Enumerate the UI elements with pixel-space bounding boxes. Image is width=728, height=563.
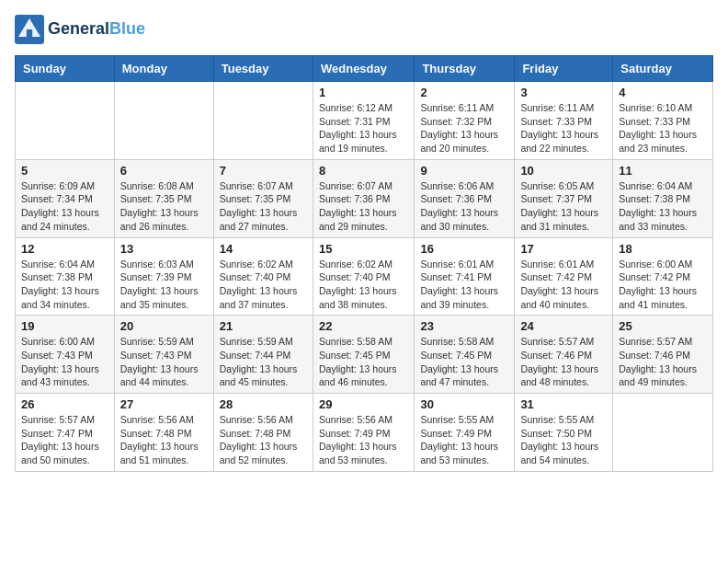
calendar-day-cell: 23Sunrise: 5:58 AMSunset: 7:45 PMDayligh… (415, 316, 515, 394)
day-info: Sunrise: 6:04 AMSunset: 7:38 PMDaylight:… (619, 179, 707, 234)
day-number: 22 (319, 319, 408, 333)
day-info: Sunrise: 6:10 AMSunset: 7:33 PMDaylight:… (619, 101, 707, 155)
calendar-week-row: 12Sunrise: 6:04 AMSunset: 7:38 PMDayligh… (16, 237, 713, 316)
day-info: Sunrise: 5:57 AMSunset: 7:46 PMDaylight:… (520, 335, 607, 389)
day-number: 30 (420, 397, 508, 411)
calendar-day-cell: 17Sunrise: 6:01 AMSunset: 7:42 PMDayligh… (515, 237, 613, 316)
day-info: Sunrise: 6:02 AMSunset: 7:40 PMDaylight:… (220, 258, 307, 312)
calendar-day-cell: 27Sunrise: 5:56 AMSunset: 7:48 PMDayligh… (114, 394, 213, 472)
day-info: Sunrise: 5:59 AMSunset: 7:44 PMDaylight:… (220, 335, 307, 389)
calendar-day-cell: 10Sunrise: 6:05 AMSunset: 7:37 PMDayligh… (515, 159, 613, 237)
calendar-day-cell: 15Sunrise: 6:02 AMSunset: 7:40 PMDayligh… (313, 237, 414, 316)
day-number: 16 (420, 242, 508, 256)
day-info: Sunrise: 6:09 AMSunset: 7:34 PMDaylight:… (21, 179, 108, 234)
day-info: Sunrise: 5:57 AMSunset: 7:46 PMDaylight:… (619, 335, 707, 389)
calendar-day-cell: 13Sunrise: 6:03 AMSunset: 7:39 PMDayligh… (114, 237, 213, 316)
day-info: Sunrise: 5:57 AMSunset: 7:47 PMDaylight:… (21, 413, 108, 467)
day-info: Sunrise: 6:08 AMSunset: 7:35 PMDaylight:… (120, 179, 208, 234)
calendar-day-cell: 26Sunrise: 5:57 AMSunset: 7:47 PMDayligh… (16, 394, 115, 472)
calendar-day-cell: 22Sunrise: 5:58 AMSunset: 7:45 PMDayligh… (313, 316, 414, 394)
calendar-day-cell: 16Sunrise: 6:01 AMSunset: 7:41 PMDayligh… (415, 237, 515, 316)
calendar-day-cell: 6Sunrise: 6:08 AMSunset: 7:35 PMDaylight… (114, 159, 213, 237)
day-number: 23 (420, 319, 508, 333)
day-number: 8 (319, 164, 408, 178)
calendar-day-cell: 2Sunrise: 6:11 AMSunset: 7:32 PMDaylight… (415, 82, 515, 160)
day-info: Sunrise: 5:56 AMSunset: 7:48 PMDaylight:… (120, 413, 208, 467)
calendar-empty-cell (16, 82, 115, 160)
calendar-day-cell: 3Sunrise: 6:11 AMSunset: 7:33 PMDaylight… (515, 82, 613, 160)
day-number: 10 (520, 164, 607, 178)
day-info: Sunrise: 6:06 AMSunset: 7:36 PMDaylight:… (420, 179, 508, 234)
day-info: Sunrise: 6:01 AMSunset: 7:42 PMDaylight:… (520, 258, 607, 312)
day-info: Sunrise: 5:55 AMSunset: 7:50 PMDaylight:… (520, 413, 607, 467)
column-header-wednesday: Wednesday (313, 56, 414, 82)
day-info: Sunrise: 6:11 AMSunset: 7:33 PMDaylight:… (520, 101, 607, 155)
day-number: 20 (120, 319, 208, 333)
calendar-week-row: 1Sunrise: 6:12 AMSunset: 7:31 PMDaylight… (16, 82, 713, 160)
day-number: 4 (619, 86, 707, 99)
column-header-friday: Friday (515, 56, 613, 82)
day-info: Sunrise: 6:00 AMSunset: 7:43 PMDaylight:… (21, 335, 108, 389)
calendar-day-cell: 30Sunrise: 5:55 AMSunset: 7:49 PMDayligh… (415, 394, 515, 472)
calendar-day-cell: 18Sunrise: 6:00 AMSunset: 7:42 PMDayligh… (613, 237, 713, 316)
calendar-table: SundayMondayTuesdayWednesdayThursdayFrid… (15, 55, 713, 472)
calendar-empty-cell (213, 82, 313, 160)
day-number: 1 (319, 86, 408, 99)
calendar-day-cell: 28Sunrise: 5:56 AMSunset: 7:48 PMDayligh… (213, 394, 313, 472)
day-number: 14 (220, 242, 307, 256)
day-info: Sunrise: 6:07 AMSunset: 7:35 PMDaylight:… (220, 179, 307, 234)
day-number: 17 (520, 242, 607, 256)
logo-icon (15, 15, 44, 44)
calendar-empty-cell (613, 394, 713, 472)
day-number: 11 (619, 164, 707, 178)
day-number: 6 (120, 164, 208, 178)
calendar-day-cell: 11Sunrise: 6:04 AMSunset: 7:38 PMDayligh… (613, 159, 713, 237)
calendar-week-row: 5Sunrise: 6:09 AMSunset: 7:34 PMDaylight… (16, 159, 713, 237)
calendar-day-cell: 7Sunrise: 6:07 AMSunset: 7:35 PMDaylight… (213, 159, 313, 237)
calendar-day-cell: 8Sunrise: 6:07 AMSunset: 7:36 PMDaylight… (313, 159, 414, 237)
day-info: Sunrise: 6:01 AMSunset: 7:41 PMDaylight:… (420, 258, 508, 312)
calendar-empty-cell (114, 82, 213, 160)
day-number: 28 (220, 397, 307, 411)
day-info: Sunrise: 6:11 AMSunset: 7:32 PMDaylight:… (420, 101, 508, 155)
day-number: 26 (21, 397, 108, 411)
calendar-day-cell: 29Sunrise: 5:56 AMSunset: 7:49 PMDayligh… (313, 394, 414, 472)
column-header-sunday: Sunday (16, 56, 115, 82)
calendar-day-cell: 25Sunrise: 5:57 AMSunset: 7:46 PMDayligh… (613, 316, 713, 394)
day-number: 15 (319, 242, 408, 256)
calendar-day-cell: 14Sunrise: 6:02 AMSunset: 7:40 PMDayligh… (213, 237, 313, 316)
column-header-tuesday: Tuesday (213, 56, 313, 82)
calendar-day-cell: 12Sunrise: 6:04 AMSunset: 7:38 PMDayligh… (16, 237, 115, 316)
column-header-saturday: Saturday (613, 56, 713, 82)
page-header: GeneralBlue (15, 15, 713, 44)
day-info: Sunrise: 6:00 AMSunset: 7:42 PMDaylight:… (619, 258, 707, 312)
day-number: 9 (420, 164, 508, 178)
day-number: 2 (420, 86, 508, 99)
day-number: 7 (220, 164, 307, 178)
day-info: Sunrise: 5:59 AMSunset: 7:43 PMDaylight:… (120, 335, 208, 389)
day-number: 31 (520, 397, 607, 411)
day-info: Sunrise: 5:58 AMSunset: 7:45 PMDaylight:… (420, 335, 508, 389)
day-info: Sunrise: 6:02 AMSunset: 7:40 PMDaylight:… (319, 258, 408, 312)
logo: GeneralBlue (15, 15, 145, 44)
calendar-week-row: 19Sunrise: 6:00 AMSunset: 7:43 PMDayligh… (16, 316, 713, 394)
calendar-header-row: SundayMondayTuesdayWednesdayThursdayFrid… (16, 56, 713, 82)
day-number: 24 (520, 319, 607, 333)
day-info: Sunrise: 6:03 AMSunset: 7:39 PMDaylight:… (120, 258, 208, 312)
column-header-monday: Monday (114, 56, 213, 82)
day-number: 19 (21, 319, 108, 333)
calendar-day-cell: 21Sunrise: 5:59 AMSunset: 7:44 PMDayligh… (213, 316, 313, 394)
day-info: Sunrise: 6:05 AMSunset: 7:37 PMDaylight:… (520, 179, 607, 234)
logo-text: GeneralBlue (48, 20, 145, 39)
column-header-thursday: Thursday (415, 56, 515, 82)
day-number: 3 (520, 86, 607, 99)
day-number: 21 (220, 319, 307, 333)
day-number: 29 (319, 397, 408, 411)
day-number: 12 (21, 242, 108, 256)
day-info: Sunrise: 5:56 AMSunset: 7:49 PMDaylight:… (319, 413, 408, 467)
day-number: 25 (619, 319, 707, 333)
calendar-day-cell: 5Sunrise: 6:09 AMSunset: 7:34 PMDaylight… (16, 159, 115, 237)
day-info: Sunrise: 5:55 AMSunset: 7:49 PMDaylight:… (420, 413, 508, 467)
day-number: 5 (21, 164, 108, 178)
calendar-week-row: 26Sunrise: 5:57 AMSunset: 7:47 PMDayligh… (16, 394, 713, 472)
